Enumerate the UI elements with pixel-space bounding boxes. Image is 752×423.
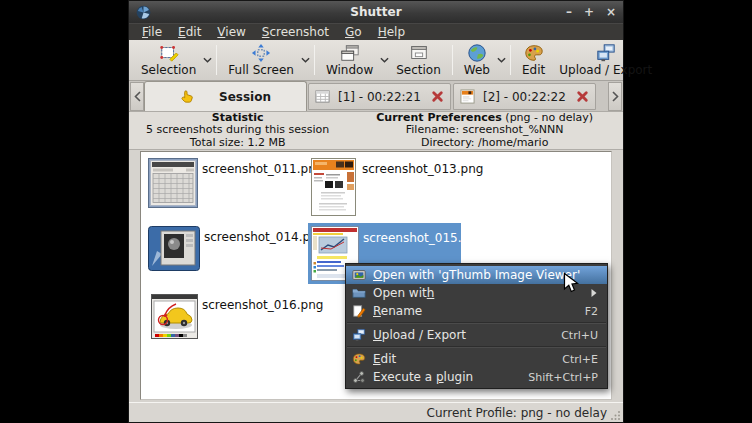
- tab-scroll-left-button[interactable]: [130, 82, 144, 111]
- tab-close-icon[interactable]: [576, 90, 589, 103]
- file-label-011[interactable]: screenshot_011.png: [202, 162, 323, 176]
- tab-screenshot-1[interactable]: [1] - 00:22:21: [308, 83, 451, 110]
- plugin-icon: [352, 370, 366, 384]
- toolbar: Selection Full Screen: [129, 40, 623, 81]
- selection-button[interactable]: Selection: [134, 42, 203, 78]
- web-dropdown[interactable]: [497, 40, 506, 80]
- context-menu-rename[interactable]: Rename F2: [346, 302, 607, 320]
- edit-palette-icon: [352, 352, 366, 366]
- menu-edit[interactable]: Edit: [170, 24, 209, 40]
- preferences-column: Current Preferences (png - no delay) Fil…: [346, 112, 623, 149]
- toolbar-separator: [510, 45, 511, 75]
- thumbnail-screenshot-013[interactable]: [311, 158, 356, 216]
- maximize-button[interactable]: +: [584, 5, 594, 19]
- window-button[interactable]: Window: [319, 42, 380, 78]
- menu-screenshot[interactable]: Screenshot: [254, 24, 337, 40]
- file-label-016[interactable]: screenshot_016.png: [202, 298, 323, 312]
- context-menu-upload-export[interactable]: Upload / Export Ctrl+U: [346, 326, 607, 344]
- chevron-down-icon: [380, 57, 389, 63]
- chevron-down-icon: [203, 57, 212, 63]
- close-button[interactable]: ×: [606, 5, 616, 19]
- chevron-down-icon: [301, 57, 310, 63]
- menu-separator: [347, 346, 606, 348]
- upload-export-icon: [596, 43, 616, 63]
- toolbar-separator: [452, 45, 453, 75]
- preferences-line2: Directory: /home/mario: [346, 137, 623, 150]
- fullscreen-icon: [251, 43, 271, 63]
- chevron-left-icon: [134, 91, 141, 102]
- selection-icon: [159, 43, 179, 63]
- statistic-line1: 5 screenshots during this session: [129, 124, 346, 137]
- minimize-button[interactable]: –: [566, 5, 572, 19]
- session-info-panel: Statistic 5 screenshots during this sess…: [129, 112, 623, 150]
- tab-2-label: [2] - 00:22:22: [483, 90, 566, 104]
- menu-separator: [347, 322, 606, 324]
- tab-scroll-right-button[interactable]: [608, 82, 622, 111]
- web-icon: [467, 43, 487, 63]
- section-icon: [409, 43, 429, 63]
- status-bar: Current Profile: png - no delay: [129, 402, 623, 422]
- section-button[interactable]: Section: [389, 42, 448, 78]
- thumbnail-screenshot-016[interactable]: [151, 294, 198, 339]
- web-button[interactable]: Web: [457, 42, 497, 78]
- submenu-arrow-icon: [590, 288, 598, 298]
- full-screen-dropdown[interactable]: [301, 40, 310, 80]
- chevron-down-icon: [497, 57, 506, 63]
- window-dropdown[interactable]: [380, 40, 389, 80]
- menu-help[interactable]: Help: [370, 24, 413, 40]
- upload-export-icon: [352, 328, 366, 342]
- chevron-right-icon: [612, 91, 619, 102]
- webpage-thumb-icon: [460, 89, 475, 104]
- statistic-line2: Total size: 1.2 MB: [129, 137, 346, 150]
- shortcut-label: F2: [585, 305, 598, 318]
- thumbnail-screenshot-011[interactable]: [148, 158, 198, 208]
- menu-view[interactable]: View: [209, 24, 253, 40]
- mouse-cursor-icon: [563, 272, 580, 295]
- screen: Shutter – + × File Edit View Screenshot …: [0, 0, 752, 423]
- toolbar-separator: [216, 45, 217, 75]
- thumbnail-screenshot-014[interactable]: [148, 226, 200, 271]
- edit-button[interactable]: Edit: [515, 42, 552, 78]
- edit-palette-icon: [524, 43, 544, 63]
- selection-dropdown[interactable]: [203, 40, 212, 80]
- resize-grip[interactable]: [611, 410, 621, 420]
- menubar: File Edit View Screenshot Go Help: [129, 23, 623, 40]
- context-menu-execute-plugin[interactable]: Execute a plugin Shift+Ctrl+P: [346, 368, 607, 386]
- titlebar[interactable]: Shutter – + ×: [129, 1, 623, 23]
- shortcut-label: Shift+Ctrl+P: [528, 371, 598, 384]
- window-title: Shutter: [129, 5, 623, 19]
- menu-go[interactable]: Go: [337, 24, 370, 40]
- shortcut-label: Ctrl+E: [562, 353, 598, 366]
- window-icon: [340, 43, 360, 63]
- file-label-015: screenshot_015.png: [363, 231, 484, 245]
- toolbar-separator: [314, 45, 315, 75]
- tab-session-label: Session: [219, 90, 271, 104]
- upload-export-button[interactable]: Upload / Export: [552, 42, 659, 78]
- full-screen-button[interactable]: Full Screen: [221, 42, 301, 78]
- menu-file[interactable]: File: [134, 24, 170, 40]
- tab-close-icon[interactable]: [431, 90, 444, 103]
- context-menu-edit[interactable]: Edit Ctrl+E: [346, 350, 607, 368]
- tab-session[interactable]: Session: [144, 81, 307, 111]
- tab-screenshot-2[interactable]: [2] - 00:22:22: [453, 83, 596, 110]
- shortcut-label: Ctrl+U: [561, 329, 598, 342]
- shutter-logo-icon: [136, 5, 151, 20]
- rename-pencil-icon: [352, 304, 366, 318]
- preferences-line1: Filename: screenshot_%NNN: [346, 124, 623, 137]
- tab-1-label: [1] - 00:22:21: [338, 90, 421, 104]
- gthumb-viewer-icon: [352, 268, 366, 282]
- file-label-013[interactable]: screenshot_013.png: [362, 162, 483, 176]
- session-hand-icon: [180, 89, 195, 104]
- tab-bar: Session [1] - 00:22:21: [129, 81, 623, 112]
- current-profile-status: Current Profile: png - no delay: [427, 406, 607, 420]
- spreadsheet-thumb-icon: [315, 89, 330, 104]
- statistic-column: Statistic 5 screenshots during this sess…: [129, 112, 346, 149]
- open-with-folder-icon: [352, 286, 366, 300]
